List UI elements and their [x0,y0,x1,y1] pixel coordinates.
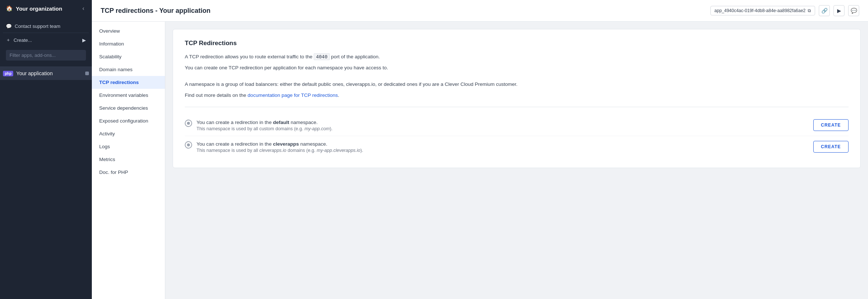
namespace-row-cleverapps: You can create a redirection in the clev… [185,136,849,157]
top-bar: TCP redirections - Your application app_… [92,0,868,22]
sidebar: 🏠 Your organization ‹ 💬 Contact support … [0,0,92,299]
desc4-post: . [338,92,339,98]
sub-nav: OverviewInformationScalabilityDomain nam… [92,22,165,299]
plus-icon: ＋ [6,37,11,43]
link-icon-button[interactable]: 🔗 [819,5,830,16]
main-content: TCP Redirections A TCP redirection allow… [165,22,868,299]
desc1-post: port of the application. [330,54,380,59]
sidebar-create-button[interactable]: ＋ Create... ▶ [3,33,89,47]
chevron-right-icon: ▶ [82,37,86,43]
sub-nav-item-doc-for-php[interactable]: Doc. for PHP [92,166,165,179]
doc-link[interactable]: documentation page for TCP redirections [248,92,338,98]
collapse-icon: ‹ [82,5,84,12]
search-input[interactable] [6,50,86,61]
sub-nav-item-environment-variables[interactable]: Environment variables [92,89,165,102]
card-desc-3: A namespace is a group of load balancers… [185,80,849,88]
sidebar-app-item[interactable]: php Your application [0,67,92,80]
circle-icon-cleverapps [185,141,192,149]
content-area: OverviewInformationScalabilityDomain nam… [92,22,868,299]
play-icon: ▶ [837,8,841,14]
org-label: Your organization [16,6,62,12]
sub-nav-item-logs[interactable]: Logs [92,140,165,153]
ns-sub-text-default: This namespace is used by all custom dom… [197,126,332,131]
sub-nav-item-information[interactable]: Information [92,37,165,50]
app-name: Your application [16,70,53,76]
card-desc-1: A TCP redirection allows you to route ex… [185,53,849,61]
right-panel: TCP redirections - Your application app_… [92,0,868,299]
sub-nav-item-activity[interactable]: Activity [92,127,165,140]
link-icon: 🔗 [821,8,828,14]
ns-sub-text-cleverapps: This namespace is used by all cleverapps… [197,148,363,153]
namespace-text-default: You can create a redirection in the defa… [197,119,332,131]
card-desc-4: Find out more details on the documentati… [185,91,849,99]
copy-icon: ⧉ [808,8,811,13]
sub-nav-item-metrics[interactable]: Metrics [92,153,165,166]
app-status-square [85,72,89,75]
sub-nav-item-exposed-configuration[interactable]: Exposed configuration [92,114,165,127]
app-badge: php [3,71,13,76]
namespace-left-default: You can create a redirection in the defa… [185,119,332,131]
create-label: Create... [14,37,32,43]
namespace-rows: You can create a redirection in the defa… [185,114,849,158]
support-label: Contact support team [15,23,60,29]
port-code: 4040 [314,53,329,60]
sub-nav-item-domain-names[interactable]: Domain names [92,63,165,76]
ns-main-text-cleverapps: You can create a redirection in the clev… [197,141,363,148]
namespace-text-cleverapps: You can create a redirection in the clev… [197,141,363,153]
namespace-row-default: You can create a redirection in the defa… [185,114,849,136]
chat-icon: 💬 [6,23,12,29]
card-divider [185,107,849,107]
card-desc-2: You can create one TCP redirection per a… [185,64,849,72]
circle-icon-default [185,120,192,127]
app-id-text: app_4940c4ac-019f-4db8-a84e-aa8982fa6ae2 [714,8,806,13]
page-title: TCP redirections - Your application [101,7,210,15]
create-button-cleverapps[interactable]: CREATE [813,141,849,153]
top-bar-actions: app_4940c4ac-019f-4db8-a84e-aa8982fa6ae2… [710,5,859,16]
app-id-box[interactable]: app_4940c4ac-019f-4db8-a84e-aa8982fa6ae2… [710,6,815,15]
desc1-pre: A TCP redirection allows you to route ex… [185,54,314,59]
sub-nav-item-overview[interactable]: Overview [92,25,165,37]
sidebar-search-area [3,47,89,63]
home-icon: 🏠 [6,5,13,12]
desc4-pre: Find out more details on the [185,92,248,98]
ns-main-text-default: You can create a redirection in the defa… [197,119,332,126]
play-button[interactable]: ▶ [833,5,844,16]
chat-icon: 💬 [851,8,857,14]
tcp-redirections-card: TCP Redirections A TCP redirection allow… [173,29,861,168]
sidebar-org-button[interactable]: 🏠 Your organization [3,1,65,15]
sub-nav-item-tcp-redirections[interactable]: TCP redirections [92,76,165,89]
sidebar-collapse-button[interactable]: ‹ [78,3,89,14]
card-title: TCP Redirections [185,40,849,47]
sub-nav-item-service-dependencies[interactable]: Service dependencies [92,102,165,114]
create-button-default[interactable]: CREATE [813,119,849,131]
sub-nav-item-scalability[interactable]: Scalability [92,50,165,63]
chat-icon-button[interactable]: 💬 [848,5,859,16]
sidebar-support-item[interactable]: 💬 Contact support team [3,20,89,33]
namespace-left-cleverapps: You can create a redirection in the clev… [185,141,363,153]
